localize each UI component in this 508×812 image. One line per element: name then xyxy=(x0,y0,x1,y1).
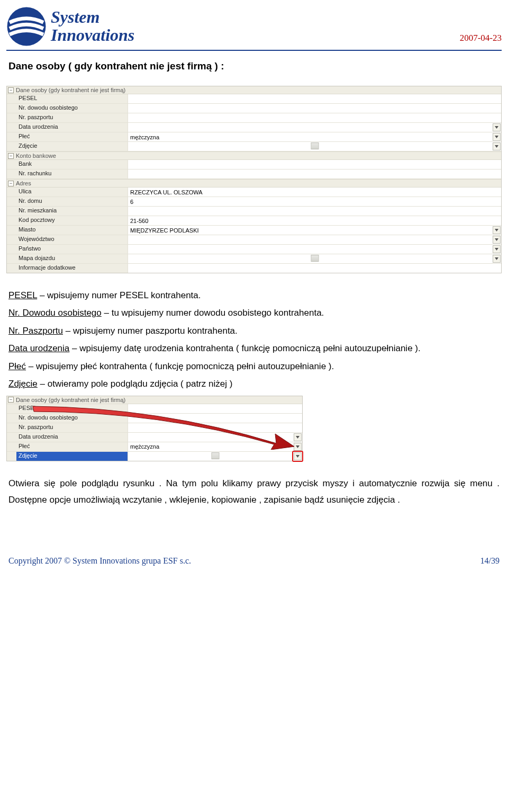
form-row: Nr. dowodu osobistego xyxy=(7,414,302,423)
form-input[interactable] xyxy=(130,264,499,272)
dropdown-button[interactable] xyxy=(493,133,501,141)
form-label: Płeć xyxy=(16,132,128,141)
form-label: Nr. paszportu xyxy=(16,113,128,122)
form-input[interactable] xyxy=(130,405,300,413)
form-value[interactable] xyxy=(128,94,501,103)
collapse-button[interactable]: − xyxy=(8,181,14,186)
form-value[interactable] xyxy=(128,142,501,151)
form-value[interactable] xyxy=(128,235,501,244)
form-value[interactable] xyxy=(128,245,501,254)
dropdown-button[interactable] xyxy=(493,123,501,131)
form-row: Miasto xyxy=(7,226,501,235)
form-value[interactable] xyxy=(128,160,501,169)
collapse-button[interactable]: − xyxy=(8,153,14,159)
form-value[interactable] xyxy=(128,113,501,122)
dropdown-button[interactable] xyxy=(294,443,302,451)
form-label: Nr. mieszkania xyxy=(16,207,128,216)
form-input[interactable] xyxy=(130,433,300,441)
form-input[interactable] xyxy=(130,207,499,215)
form-value[interactable] xyxy=(128,132,501,141)
form-value[interactable] xyxy=(128,216,501,225)
image-placeholder-icon xyxy=(311,142,319,149)
form-input[interactable] xyxy=(130,160,499,168)
form-input[interactable] xyxy=(130,114,499,122)
form-panel-2: −Dane osoby (gdy kontrahent nie jest fir… xyxy=(6,396,303,461)
form-input[interactable] xyxy=(130,414,300,422)
form-label: Nr. dowodu osobistego xyxy=(16,414,128,423)
form-row: Nr. paszportu xyxy=(7,113,501,123)
section-title: Dane osoby ( gdy kontrahent nie jest fir… xyxy=(8,60,502,72)
form-value[interactable] xyxy=(128,123,501,132)
footer-page: 14/39 xyxy=(480,556,500,566)
dropdown-button[interactable] xyxy=(294,433,302,441)
form-value[interactable] xyxy=(128,207,501,216)
form-row: Informacje dodatkowe xyxy=(7,264,501,273)
collapse-button[interactable]: − xyxy=(8,397,14,403)
dropdown-button[interactable] xyxy=(493,255,501,263)
form-panel-1: −Dane osoby (gdy kontrahent nie jest fir… xyxy=(6,86,502,273)
form-row: Płeć xyxy=(7,132,501,142)
form-input[interactable] xyxy=(130,133,499,141)
form-input[interactable] xyxy=(130,443,300,451)
dropdown-button[interactable] xyxy=(294,452,302,460)
group-header: −Dane osoby (gdy kontrahent nie jest fir… xyxy=(7,86,501,94)
form-label: Nr. paszportu xyxy=(16,423,128,432)
form-input[interactable] xyxy=(130,123,499,131)
form-row: Zdjęcie xyxy=(7,452,302,461)
form-input[interactable] xyxy=(130,198,499,206)
form-input[interactable] xyxy=(130,104,499,112)
form-input[interactable] xyxy=(130,95,499,103)
form-input[interactable] xyxy=(130,245,499,253)
form-value[interactable] xyxy=(128,442,302,451)
dropdown-button[interactable] xyxy=(493,226,501,234)
form-input[interactable] xyxy=(130,188,499,196)
footer-copyright: Copyright 2007 © System Innovations grup… xyxy=(8,556,191,566)
group-title: Konto bankowe xyxy=(16,153,56,159)
form-value[interactable] xyxy=(128,433,302,442)
form-value[interactable] xyxy=(128,169,501,179)
form-value[interactable] xyxy=(128,104,501,113)
form-value[interactable] xyxy=(128,264,501,273)
form-label: Mapa dojazdu xyxy=(16,254,128,263)
group-header: −Konto bankowe xyxy=(7,151,501,160)
form-label: Nr. rachunku xyxy=(16,169,128,179)
form-input[interactable] xyxy=(130,170,499,178)
form-value[interactable] xyxy=(128,197,501,206)
form-row: Nr. domu xyxy=(7,197,501,207)
form-value[interactable] xyxy=(128,452,302,461)
form-label: Bank xyxy=(16,160,128,169)
dropdown-button[interactable] xyxy=(493,245,501,253)
form-row: PESEL xyxy=(7,94,501,104)
form-row: Nr. dowodu osobistego xyxy=(7,104,501,113)
form-label: Województwo xyxy=(16,235,128,244)
dropdown-button[interactable] xyxy=(493,236,501,244)
text-underline: PESEL xyxy=(8,290,37,300)
form-input[interactable] xyxy=(130,226,499,234)
dropdown-button[interactable] xyxy=(493,142,501,150)
form-input[interactable] xyxy=(130,236,499,244)
form-input[interactable] xyxy=(130,217,499,225)
logo: System Innovations xyxy=(6,6,134,47)
form-row: Zdjęcie xyxy=(7,142,501,151)
form-value[interactable] xyxy=(128,188,501,197)
form-value[interactable] xyxy=(128,226,501,235)
text-underline: Zdjęcie xyxy=(8,379,38,389)
group-title: Adres xyxy=(16,180,31,186)
form-row: Województwo xyxy=(7,235,501,245)
form-row: Nr. rachunku xyxy=(7,169,501,179)
form-label: Płeć xyxy=(16,442,128,451)
form-row: Data urodzenia xyxy=(7,433,302,442)
form-input[interactable] xyxy=(130,424,300,432)
header-date: 2007-04-23 xyxy=(460,33,502,47)
form-value[interactable] xyxy=(128,423,302,432)
form-value[interactable] xyxy=(128,254,501,263)
text-line: Płeć – wpisujemy płeć kontrahenta ( funk… xyxy=(8,358,500,374)
form-value[interactable] xyxy=(128,414,302,423)
form-value[interactable] xyxy=(128,404,302,413)
form-row: PESEL xyxy=(7,404,302,414)
collapse-button[interactable]: − xyxy=(8,87,14,93)
group-header: −Adres xyxy=(7,179,501,188)
form-label: Miasto xyxy=(16,226,128,235)
form-row: Ulica xyxy=(7,188,501,197)
form-label: Data urodzenia xyxy=(16,123,128,132)
